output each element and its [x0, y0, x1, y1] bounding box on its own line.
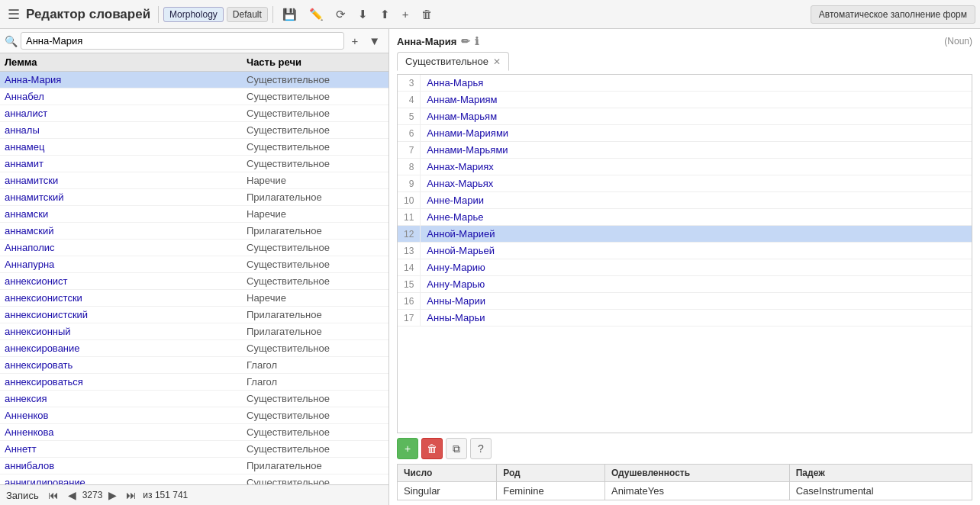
- lemma-text: анналы: [5, 124, 247, 136]
- pos-text: Существительное: [247, 393, 384, 404]
- list-item[interactable]: аннексионистскийПрилагательное: [0, 307, 388, 323]
- pos-text: Существительное: [247, 124, 384, 136]
- entry-type-badge: (Noun): [944, 36, 972, 47]
- main-layout: 🔍 + ▼ Лемма Часть речи Анна-МарияСуществ…: [0, 29, 980, 505]
- table-row[interactable]: 8Аннах-Мариях: [398, 159, 972, 175]
- add-button[interactable]: +: [398, 5, 414, 23]
- pos-text: Существительное: [247, 426, 384, 438]
- pos-text: Существительное: [247, 443, 384, 455]
- table-row[interactable]: 9Аннах-Марьях: [398, 175, 972, 192]
- lemma-text: аннексионный: [5, 326, 247, 337]
- header-lemma: Лемма: [5, 56, 247, 68]
- list-item[interactable]: аннексироватьсяГлагол: [0, 374, 388, 391]
- lemma-text: анналист: [5, 108, 247, 119]
- list-item[interactable]: АнненковаСуществительное: [0, 424, 388, 441]
- table-row[interactable]: 4Аннам-Мариям: [398, 92, 972, 108]
- app-title: Редактор словарей: [26, 7, 150, 22]
- delete-button[interactable]: 🗑: [417, 5, 437, 23]
- badge-default[interactable]: Default: [227, 7, 268, 22]
- header-pos: Часть речи: [247, 56, 384, 68]
- list-item[interactable]: Анна-МарияСуществительное: [0, 72, 388, 88]
- upload-button[interactable]: ⬇: [353, 5, 372, 24]
- row-form: Анну-Марию: [421, 259, 972, 276]
- table-row[interactable]: 15Анну-Марью: [398, 276, 972, 293]
- table-row[interactable]: 10Анне-Марии: [398, 192, 972, 209]
- list-item[interactable]: аннамскиНаречие: [0, 206, 388, 223]
- row-form: Аннами-Марьями: [421, 142, 972, 159]
- list-item[interactable]: АнненковСуществительное: [0, 407, 388, 424]
- table-row[interactable]: 13Анной-Марьей: [398, 243, 972, 259]
- list-item[interactable]: аннексионистскиНаречие: [0, 290, 388, 307]
- form-help-button[interactable]: ?: [470, 438, 492, 459]
- row-num: 10: [398, 192, 421, 209]
- nav-label: Запись: [6, 490, 39, 501]
- lemma-text: аннамитский: [5, 191, 247, 203]
- list-item[interactable]: АннапурнаСуществительное: [0, 256, 388, 273]
- search-filter-button[interactable]: ▼: [365, 33, 384, 49]
- table-row[interactable]: 12Анной-Марией: [398, 226, 972, 243]
- table-row[interactable]: 14Анну-Марию: [398, 259, 972, 276]
- entry-header: Анна-Мария ✏ ℹ (Noun): [397, 35, 972, 47]
- list-item[interactable]: аннамитскийПрилагательное: [0, 189, 388, 206]
- list-item[interactable]: АннабелСуществительное: [0, 88, 388, 105]
- row-num: 15: [398, 276, 421, 293]
- tab-close-icon[interactable]: ✕: [493, 56, 501, 67]
- row-num: 11: [398, 209, 421, 226]
- tab-noun[interactable]: Существительное ✕: [397, 52, 509, 71]
- search-add-button[interactable]: +: [347, 33, 362, 49]
- nav-prev-button[interactable]: ◀: [65, 488, 79, 502]
- entry-info-icon[interactable]: ℹ: [475, 35, 479, 47]
- table-row[interactable]: 17Анны-Марьи: [398, 310, 972, 326]
- form-delete-button[interactable]: 🗑: [421, 438, 443, 459]
- menu-icon[interactable]: ☰: [5, 3, 23, 26]
- props-cell: Singular: [398, 482, 497, 500]
- list-item[interactable]: аннексионныйПрилагательное: [0, 323, 388, 340]
- word-list: Анна-МарияСуществительноеАннабелСуществи…: [0, 72, 388, 484]
- pos-text: Существительное: [247, 275, 384, 287]
- list-header: Лемма Часть речи: [0, 53, 388, 72]
- lemma-text: аннамски: [5, 208, 247, 220]
- table-row[interactable]: 6Аннами-Мариями: [398, 125, 972, 142]
- list-item[interactable]: аннексироватьГлагол: [0, 357, 388, 374]
- entry-edit-icon[interactable]: ✏: [461, 35, 470, 47]
- download-button[interactable]: ⬆: [376, 5, 395, 24]
- list-item[interactable]: аннамитСуществительное: [0, 156, 388, 172]
- list-item[interactable]: аннамскийПрилагательное: [0, 223, 388, 240]
- refresh-button[interactable]: ⟳: [331, 5, 350, 24]
- row-num: 17: [398, 310, 421, 326]
- list-item[interactable]: аннексированиеСуществительное: [0, 340, 388, 357]
- lemma-text: Анненков: [5, 410, 247, 421]
- table-row[interactable]: 16Анны-Марии: [398, 293, 972, 310]
- lemma-text: Аннабел: [5, 91, 247, 102]
- nav-last-button[interactable]: ⏭: [123, 488, 140, 502]
- list-item[interactable]: аннамитскиНаречие: [0, 172, 388, 189]
- table-row[interactable]: 5Аннам-Марьям: [398, 108, 972, 125]
- nav-first-button[interactable]: ⏮: [45, 488, 62, 502]
- list-item[interactable]: аннамецСуществительное: [0, 139, 388, 156]
- list-item[interactable]: аннигилированиеСуществительное: [0, 474, 388, 484]
- pos-text: Прилагательное: [247, 191, 384, 203]
- save-button[interactable]: 💾: [278, 5, 301, 24]
- list-item[interactable]: анналыСуществительное: [0, 122, 388, 139]
- nav-bar: Запись ⏮ ◀ 3273 ▶ ⏭ из 151 741: [0, 484, 388, 505]
- table-row[interactable]: 11Анне-Марье: [398, 209, 972, 226]
- table-row[interactable]: 3Анна-Марья: [398, 75, 972, 92]
- auto-fill-button[interactable]: Автоматическое заполнение форм: [811, 5, 975, 24]
- row-form: Анны-Марии: [421, 293, 972, 310]
- form-add-button[interactable]: +: [397, 438, 418, 459]
- table-row[interactable]: 7Аннами-Марьями: [398, 142, 972, 159]
- form-copy-button[interactable]: ⧉: [446, 438, 467, 459]
- list-item[interactable]: анналистСуществительное: [0, 105, 388, 122]
- search-icon: 🔍: [5, 35, 18, 47]
- search-input[interactable]: [21, 32, 344, 50]
- list-item[interactable]: аннибаловПрилагательное: [0, 458, 388, 474]
- list-item[interactable]: аннексияСуществительное: [0, 391, 388, 407]
- props-header: Род: [497, 465, 605, 482]
- list-item[interactable]: АннаполисСуществительное: [0, 240, 388, 256]
- list-item[interactable]: аннексионистСуществительное: [0, 273, 388, 290]
- badge-morphology[interactable]: Morphology: [163, 7, 224, 22]
- nav-next-button[interactable]: ▶: [105, 488, 120, 502]
- row-num: 14: [398, 259, 421, 276]
- edit-button[interactable]: ✏️: [305, 5, 328, 24]
- list-item[interactable]: АннеттСуществительное: [0, 441, 388, 458]
